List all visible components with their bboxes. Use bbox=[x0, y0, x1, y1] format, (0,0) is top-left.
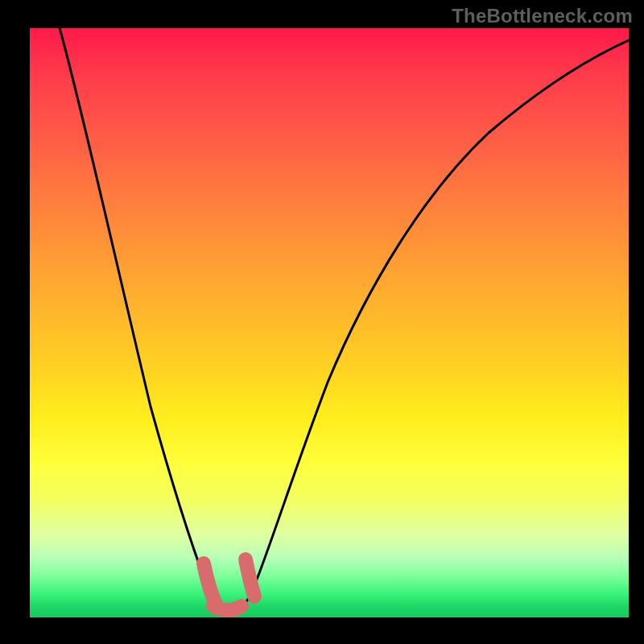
gradient-plot-area bbox=[30, 28, 629, 617]
marker-dot-left bbox=[202, 559, 205, 563]
marker-stroke-right bbox=[246, 559, 254, 597]
watermark-text: TheBottleneck.com bbox=[452, 5, 633, 27]
marker-stroke-bottom bbox=[213, 606, 242, 610]
outer-frame: TheBottleneck.com bbox=[0, 0, 644, 644]
marker-group bbox=[202, 559, 254, 610]
bottleneck-curve bbox=[60, 28, 629, 614]
chart-svg bbox=[30, 28, 629, 617]
